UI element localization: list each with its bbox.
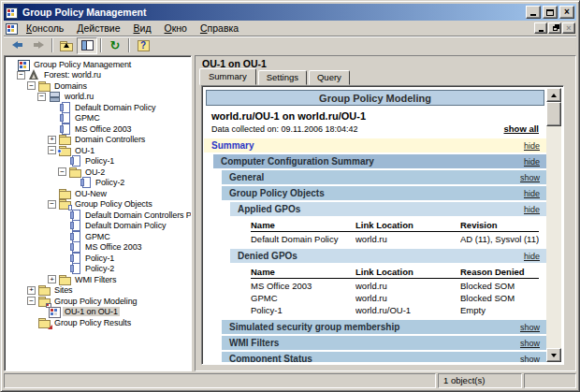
menu-[interactable]: Окно: [158, 22, 194, 35]
menu-[interactable]: Справка: [194, 22, 245, 35]
hide-link[interactable]: hide: [524, 252, 540, 261]
hide-link[interactable]: hide: [524, 205, 540, 214]
scroll-up-button[interactable]: [546, 88, 561, 102]
help-button[interactable]: ?: [133, 37, 153, 54]
tree-item-label: WMI Filters: [73, 275, 118, 284]
tab-query[interactable]: Query: [309, 70, 350, 85]
tree-item-gpmc[interactable]: GPMC: [5, 231, 191, 242]
tree-item-default-domain-policy[interactable]: Default Domain Policy: [5, 221, 191, 232]
menu-[interactable]: Консоль: [20, 22, 70, 35]
collapse-icon[interactable]: −: [48, 200, 56, 209]
tree-item-policy-2[interactable]: Policy-2: [5, 264, 191, 275]
gpmc-window: Group Policy Management × КонсольДействи…: [0, 0, 580, 392]
table-row: MS Office 2003world.ruBlocked SOM: [251, 280, 539, 292]
expand-icon[interactable]: +: [27, 286, 36, 295]
tree-item-ou-1-on-ou-1[interactable]: OU-1 on OU-1: [5, 307, 191, 318]
tree-item-default-domain-controllers-policy[interactable]: Default Domain Controllers Policy: [5, 210, 191, 221]
mdi-minimize-button[interactable]: [534, 22, 547, 34]
section-component-status: Component Statusshow: [222, 352, 546, 362]
mdi-restore-button[interactable]: [548, 22, 561, 34]
hide-link[interactable]: hide: [524, 157, 540, 167]
tree-item-ms-office-2003[interactable]: MS Office 2003: [5, 123, 191, 135]
forward-button[interactable]: [28, 37, 49, 54]
expand-icon[interactable]: +: [48, 275, 56, 283]
collapse-icon[interactable]: −: [48, 146, 56, 154]
maximize-button[interactable]: [543, 6, 558, 19]
tree-item-ou-new[interactable]: OU-New: [5, 188, 191, 199]
tree-item-forest-world-ru[interactable]: −Forest: world.ru: [5, 70, 191, 81]
section-label: Denied GPOs: [238, 251, 297, 261]
tab-summary[interactable]: Summary: [199, 68, 256, 85]
menu-[interactable]: Вид: [127, 22, 158, 35]
show-link[interactable]: show: [520, 339, 540, 348]
tree-item-domains[interactable]: −Domains: [5, 80, 191, 92]
tree-item-policy-2[interactable]: Policy-2: [5, 178, 191, 189]
tree-item-label: Forest: world.ru: [42, 70, 103, 80]
tree-item-default-domain-policy[interactable]: Default Domain Policy: [5, 102, 191, 113]
collapse-icon[interactable]: −: [27, 297, 36, 305]
tree-item-group-policy-modeling[interactable]: −Group Policy Modeling: [5, 296, 191, 307]
table-cell: Blocked SOM: [460, 281, 539, 291]
table-cell: world.ru: [355, 293, 460, 303]
tree-item-group-policy-objects[interactable]: −Group Policy Objects: [5, 199, 191, 211]
expand-icon[interactable]: +: [48, 136, 56, 144]
show-link[interactable]: show: [520, 355, 540, 363]
tree-item-wmi-filters[interactable]: +WMI Filters: [5, 274, 191, 285]
tree-item-policy-1[interactable]: Policy-1: [5, 156, 191, 167]
tree-item-label: Policy-1: [83, 254, 116, 263]
show-link[interactable]: show: [520, 173, 540, 182]
menu-items: КонсольДействиеВидОкноСправка: [20, 22, 245, 34]
gpo-table: NameLink LocationReason DeniedMS Office …: [251, 266, 539, 316]
toolbar: ↻ ?: [4, 36, 576, 54]
scroll-down-button[interactable]: [546, 348, 561, 362]
collapse-icon[interactable]: −: [27, 81, 36, 90]
show-link[interactable]: show: [520, 323, 540, 332]
refresh-button[interactable]: ↻: [105, 37, 125, 54]
back-button[interactable]: [7, 37, 28, 54]
tree-item-ou-2[interactable]: −OU-2: [5, 167, 191, 178]
close-button[interactable]: ×: [559, 6, 574, 19]
tree-item-group-policy-management[interactable]: Group Policy Management: [5, 59, 191, 70]
show-console-tree-button[interactable]: [77, 37, 97, 54]
minimize-button[interactable]: [526, 6, 541, 19]
tree-item-world-ru[interactable]: −world.ru: [5, 92, 191, 103]
up-one-level-button[interactable]: [56, 37, 77, 54]
tree-item-label: Policy-2: [83, 264, 116, 273]
tree-item-gpmc[interactable]: GPMC: [5, 113, 191, 124]
tree-item-label: world.ru: [63, 92, 95, 101]
folder-icon: [69, 167, 81, 178]
section-label: Component Status: [229, 354, 312, 362]
menu-[interactable]: Действие: [70, 22, 126, 35]
column-header: Name: [251, 267, 355, 277]
gpo-icon: [69, 241, 81, 253]
tree-item-group-policy-results[interactable]: Group Policy Results: [5, 317, 191, 328]
tree-item-label: Policy-2: [94, 178, 126, 187]
table-cell: world.ru: [355, 281, 460, 291]
tree-item-domain-controllers[interactable]: +Domain Controllers: [5, 135, 191, 146]
tree-item-ou-1[interactable]: −OU-1: [5, 145, 191, 156]
report-scrollbar[interactable]: [546, 88, 561, 362]
collapse-icon[interactable]: −: [37, 93, 46, 101]
table-cell: world.ru/OU-1: [355, 305, 460, 315]
collapse-icon[interactable]: −: [58, 167, 66, 176]
gpo-icon: [69, 231, 81, 242]
tree-item-label: GPMC: [73, 113, 102, 123]
tab-settings[interactable]: Settings: [258, 70, 307, 85]
hide-link[interactable]: hide: [524, 189, 540, 198]
tree-item-label: GPMC: [83, 232, 112, 241]
tree-item-label: OU-2: [83, 167, 107, 177]
collapse-icon[interactable]: −: [17, 71, 25, 80]
scroll-thumb[interactable]: [546, 102, 561, 126]
section-label: General: [229, 172, 264, 182]
section-label: Applied GPOs: [238, 204, 300, 214]
mdi-close-button[interactable]: ×: [562, 22, 575, 34]
section-group-policy-objects: Group Policy Objectshide: [222, 186, 546, 200]
title-bar[interactable]: Group Policy Management ×: [4, 4, 576, 21]
tree-item-ms-office-2003[interactable]: MS Office 2003: [5, 242, 191, 254]
tree-item-sites[interactable]: +Sites: [5, 285, 191, 297]
tree-item-policy-1[interactable]: Policy-1: [5, 253, 191, 264]
hide-link[interactable]: hide: [524, 141, 540, 151]
section-label: WMI Filters: [229, 338, 279, 348]
show-all-link[interactable]: show all: [504, 123, 539, 134]
report-title: world.ru/OU-1 on world.ru/OU-1: [211, 110, 539, 122]
